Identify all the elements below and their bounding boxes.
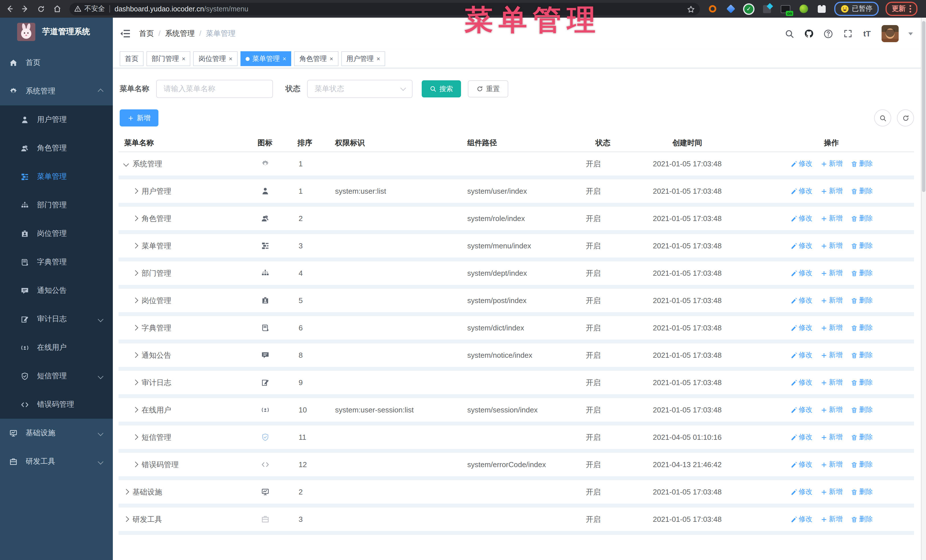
breadcrumb-system[interactable]: 系统管理 [165,29,206,39]
menu-name-input[interactable]: 请输入菜单名称 [156,80,273,98]
sidebar-item-menu[interactable]: 菜单管理 [0,162,113,191]
add-child-link[interactable]: 新增 [820,515,843,524]
add-child-link[interactable]: 新增 [820,296,843,305]
avatar-caret-icon[interactable] [908,32,913,37]
header-search-icon[interactable] [785,29,794,38]
browser-menu-icon[interactable] [909,5,911,12]
tab-close-icon[interactable]: × [229,56,233,62]
add-child-link[interactable]: 新增 [820,432,843,442]
extension-switch-icon[interactable]: on [779,3,791,15]
page-tab[interactable]: 岗位管理 × [194,51,238,66]
row-expand-chevron[interactable] [123,489,129,495]
page-tab[interactable]: 用户管理 × [341,51,386,66]
page-tab[interactable]: 角色管理 × [294,51,339,66]
delete-link[interactable]: 删除 [850,350,873,360]
browser-forward-button[interactable] [18,2,32,16]
github-icon[interactable] [804,29,814,38]
add-button[interactable]: 新增 [120,109,159,127]
sidebar-item-system[interactable]: 系统管理 [0,77,113,106]
sidebar-item-post[interactable]: 岗位管理 [0,219,113,248]
add-child-link[interactable]: 新增 [820,378,843,387]
sidebar-item-infra[interactable]: 基础设施 [0,419,113,447]
sidebar-item-home[interactable]: 首页 [0,48,113,77]
add-child-link[interactable]: 新增 [820,323,843,333]
edit-link[interactable]: 修改 [790,214,812,223]
delete-link[interactable]: 删除 [850,432,873,442]
add-child-link[interactable]: 新增 [820,268,843,278]
add-child-link[interactable]: 新增 [820,405,843,415]
status-select[interactable]: 菜单状态 [307,80,413,98]
hamburger-icon[interactable] [120,28,131,39]
edit-link[interactable]: 修改 [790,323,812,333]
extension-gem-icon[interactable] [725,3,736,15]
tab-close-icon[interactable]: × [283,56,286,62]
extensions-puzzle-icon[interactable] [816,3,828,15]
sidebar-item-user[interactable]: 用户管理 [0,106,113,134]
delete-link[interactable]: 删除 [850,515,873,524]
sidebar-item-dept[interactable]: 部门管理 [0,191,113,219]
sidebar-item-online-user[interactable]: 在线用户 [0,333,113,362]
add-child-link[interactable]: 新增 [820,460,843,469]
row-expand-chevron[interactable] [133,298,138,303]
add-child-link[interactable]: 新增 [820,186,843,196]
add-child-link[interactable]: 新增 [820,350,843,360]
tab-close-icon[interactable]: × [330,56,333,62]
row-expand-chevron[interactable] [133,353,138,358]
browser-home-button[interactable] [50,2,64,16]
row-expand-chevron[interactable] [133,462,138,467]
row-expand-chevron[interactable] [133,270,138,276]
text-size-button[interactable]: tT [862,29,872,38]
delete-link[interactable]: 删除 [850,296,873,305]
extension-green-icon[interactable] [798,3,809,15]
page-scrollbar[interactable] [921,18,926,560]
address-bar[interactable]: 不安全 dashboard.yudao.iocoder.cn/system/me… [70,3,700,15]
browser-profile-chip[interactable]: 已暂停 [834,2,879,16]
extension-target-icon[interactable] [707,3,718,15]
browser-reload-button[interactable] [34,2,48,16]
row-expand-chevron[interactable] [123,161,129,166]
extension-puzzle-blue-icon[interactable] [761,3,773,15]
edit-link[interactable]: 修改 [790,515,812,524]
edit-link[interactable]: 修改 [790,378,812,387]
breadcrumb-home[interactable]: 首页 [139,29,165,39]
sidebar-item-role[interactable]: 角色管理 [0,134,113,162]
add-child-link[interactable]: 新增 [820,214,843,223]
delete-link[interactable]: 删除 [850,487,873,497]
sidebar-item-audit-log[interactable]: 审计日志 [0,305,113,333]
row-expand-chevron[interactable] [133,380,138,385]
row-expand-chevron[interactable] [133,189,138,194]
edit-link[interactable]: 修改 [790,241,812,251]
sidebar-item-dev-tools[interactable]: 研发工具 [0,447,113,476]
reset-button[interactable]: 重置 [468,80,508,97]
page-tab[interactable]: 部门管理 × [147,51,191,66]
scrollbar-thumb[interactable] [922,21,925,192]
user-avatar[interactable] [882,25,899,42]
delete-link[interactable]: 删除 [850,378,873,387]
sidebar-item-notice[interactable]: 通知公告 [0,276,113,305]
row-expand-chevron[interactable] [133,216,138,221]
fullscreen-icon[interactable] [843,29,852,38]
delete-link[interactable]: 删除 [850,268,873,278]
row-expand-chevron[interactable] [133,408,138,412]
row-expand-chevron[interactable] [133,435,138,440]
edit-link[interactable]: 修改 [790,350,812,360]
edit-link[interactable]: 修改 [790,432,812,442]
edit-link[interactable]: 修改 [790,186,812,196]
search-button[interactable]: 搜索 [422,80,461,97]
sidebar-item-sms[interactable]: 短信管理 [0,362,113,390]
refresh-table-button[interactable] [897,109,914,127]
add-child-link[interactable]: 新增 [820,241,843,251]
sidebar-item-dict[interactable]: 字典管理 [0,248,113,276]
delete-link[interactable]: 删除 [850,159,873,169]
bookmark-star-icon[interactable] [687,4,695,14]
edit-link[interactable]: 修改 [790,460,812,469]
edit-link[interactable]: 修改 [790,487,812,497]
browser-update-button[interactable]: 更新 [885,2,917,16]
add-child-link[interactable]: 新增 [820,159,843,169]
delete-link[interactable]: 删除 [850,186,873,196]
add-child-link[interactable]: 新增 [820,487,843,497]
delete-link[interactable]: 删除 [850,460,873,469]
extension-check-icon[interactable]: ✓ [743,3,755,15]
security-indicator[interactable]: 不安全 [74,4,105,14]
row-expand-chevron[interactable] [133,243,138,248]
